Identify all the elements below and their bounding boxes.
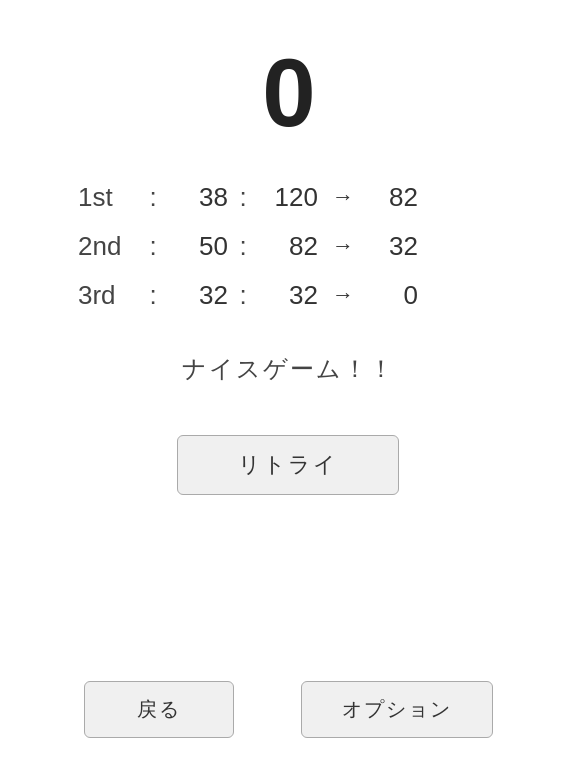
- round-2-num1: 50: [168, 231, 228, 262]
- round-3-colon2: :: [228, 280, 258, 311]
- round-3-label: 3rd: [78, 280, 138, 311]
- table-row: 1st : 38 : 120 → 82: [78, 182, 498, 213]
- round-1-label: 1st: [78, 182, 138, 213]
- round-3-num2: 32: [258, 280, 318, 311]
- round-1-num2: 120: [258, 182, 318, 213]
- round-2-num2: 82: [258, 231, 318, 262]
- round-1-num1: 38: [168, 182, 228, 213]
- rounds-container: 1st : 38 : 120 → 82 2nd : 50 : 82 → 32 3…: [78, 182, 498, 311]
- round-1-colon2: :: [228, 182, 258, 213]
- round-2-colon1: :: [138, 231, 168, 262]
- round-3-colon1: :: [138, 280, 168, 311]
- round-3-num1: 32: [168, 280, 228, 311]
- table-row: 3rd : 32 : 32 → 0: [78, 280, 498, 311]
- round-1-arrow: →: [318, 184, 368, 210]
- round-2-label: 2nd: [78, 231, 138, 262]
- round-3-result: 0: [368, 280, 418, 311]
- round-3-arrow: →: [318, 282, 368, 308]
- table-row: 2nd : 50 : 82 → 32: [78, 231, 498, 262]
- bottom-buttons-container: 戻る オプション: [0, 681, 576, 738]
- nice-game-message: ナイスゲーム！！: [182, 353, 395, 385]
- round-2-arrow: →: [318, 233, 368, 259]
- options-button[interactable]: オプション: [301, 681, 493, 738]
- round-2-result: 32: [368, 231, 418, 262]
- back-button[interactable]: 戻る: [84, 681, 234, 738]
- round-2-colon2: :: [228, 231, 258, 262]
- round-1-result: 82: [368, 182, 418, 213]
- final-score: 0: [262, 40, 313, 146]
- retry-button[interactable]: リトライ: [177, 435, 399, 495]
- round-1-colon1: :: [138, 182, 168, 213]
